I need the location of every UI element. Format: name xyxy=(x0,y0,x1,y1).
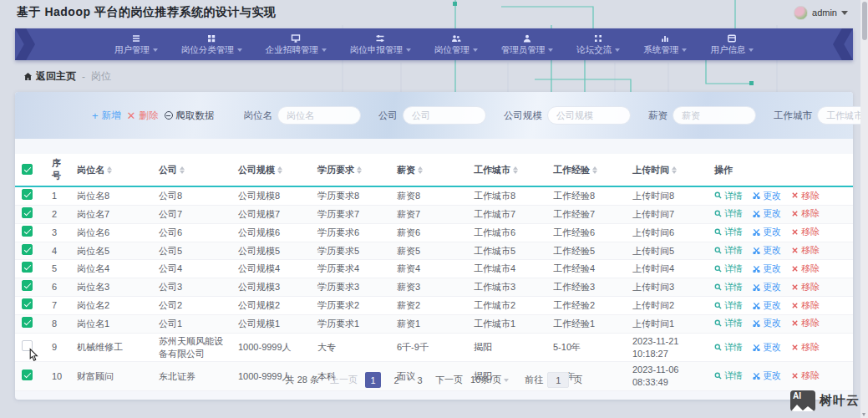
detail-button[interactable]: 详情 xyxy=(714,244,743,257)
table-row[interactable]: 8 岗位名1 公司1 公司规模1 学历要求1 薪资1 工作城市1 工作经验1 上… xyxy=(15,314,853,333)
sort-caret-icon[interactable] xyxy=(418,166,423,174)
row-checkbox[interactable] xyxy=(22,317,33,328)
row-checkbox[interactable] xyxy=(22,262,33,273)
prev-page-button[interactable]: 上一页 xyxy=(330,374,358,386)
remove-button[interactable]: 移除 xyxy=(791,226,820,238)
sort-caret-icon[interactable] xyxy=(107,166,112,174)
sort-caret-icon[interactable] xyxy=(180,166,185,174)
scale-input[interactable] xyxy=(547,106,631,125)
table-row[interactable]: 2 岗位名7 公司7 公司规模7 学历要求7 薪资7 工作城市7 工作经验7 上… xyxy=(15,205,853,223)
delete-button[interactable]: ✕ 删除 xyxy=(127,110,159,122)
user-menu[interactable]: admin xyxy=(794,6,848,20)
col-city[interactable]: 工作城市 xyxy=(467,154,546,186)
jobname-input[interactable] xyxy=(277,106,361,125)
table-row[interactable]: 3 岗位名6 公司6 公司规模6 学历要求6 薪资6 工作城市6 工作经验6 上… xyxy=(15,223,853,242)
remove-button[interactable]: 移除 xyxy=(791,190,820,202)
edit-button[interactable]: 更改 xyxy=(753,226,781,238)
page-button-3[interactable]: 3 xyxy=(412,372,428,388)
col-company[interactable]: 公司 xyxy=(152,154,231,186)
page-button-2[interactable]: 2 xyxy=(388,372,404,388)
next-page-button[interactable]: 下一页 xyxy=(435,374,463,386)
sort-caret-icon[interactable] xyxy=(277,166,282,174)
edit-button[interactable]: 更改 xyxy=(753,244,781,257)
col-time[interactable]: 上传时间 xyxy=(626,154,708,186)
edit-button[interactable]: 更改 xyxy=(753,317,781,329)
remove-button[interactable]: 移除 xyxy=(791,317,820,329)
sort-caret-icon[interactable] xyxy=(592,166,597,174)
nav-item-job-category-mgmt[interactable]: 岗位分类管理 xyxy=(180,32,244,58)
nav-item-enterprise-recruit-mgmt[interactable]: 企业招聘管理 xyxy=(264,32,328,58)
row-checkbox[interactable] xyxy=(22,280,33,291)
row-checkbox[interactable] xyxy=(22,207,33,218)
col-exp[interactable]: 工作经验 xyxy=(546,154,626,186)
crawl-data-button[interactable]: 爬取数据 xyxy=(165,110,215,122)
row-checkbox[interactable] xyxy=(22,189,33,200)
edit-button[interactable]: 更改 xyxy=(753,299,781,312)
col-edu[interactable]: 学历要求 xyxy=(311,154,390,186)
page-button-1[interactable]: 1 xyxy=(365,372,381,388)
remove-button[interactable]: 移除 xyxy=(791,263,820,275)
row-checkbox[interactable] xyxy=(22,226,33,237)
row-checkbox[interactable] xyxy=(22,244,33,255)
select-all-checkbox[interactable] xyxy=(22,164,33,175)
sort-caret-icon[interactable] xyxy=(672,166,677,174)
avatar[interactable] xyxy=(794,6,808,20)
select-all-cell[interactable] xyxy=(15,154,45,186)
nav-item-job-mgmt[interactable]: 岗位管理 xyxy=(433,32,480,58)
detail-button[interactable]: 详情 xyxy=(714,299,743,312)
row-select-cell[interactable] xyxy=(15,205,45,223)
table-row[interactable]: 6 岗位名3 公司3 公司规模3 学历要求3 薪资3 工作城市3 工作经验3 上… xyxy=(15,278,853,297)
edit-button[interactable]: 更改 xyxy=(753,281,781,293)
row-select-cell[interactable] xyxy=(15,314,45,333)
nav-item-forum[interactable]: 论坛交流 xyxy=(575,32,622,58)
remove-button[interactable]: 移除 xyxy=(791,244,820,257)
salary-input[interactable] xyxy=(673,106,756,125)
add-button[interactable]: + 新增 xyxy=(92,110,121,122)
remove-button[interactable]: 移除 xyxy=(791,207,820,220)
table-row[interactable]: 5 岗位名4 公司4 公司规模4 学历要求4 薪资4 工作城市4 工作经验4 上… xyxy=(15,260,853,278)
nav-item-user-info[interactable]: 用户信息 xyxy=(708,32,755,58)
table-row[interactable]: 7 岗位名2 公司2 公司规模2 学历要求2 薪资2 工作城市2 工作经验2 上… xyxy=(15,297,853,315)
detail-button[interactable]: 详情 xyxy=(714,281,743,293)
detail-button[interactable]: 详情 xyxy=(714,341,743,354)
row-select-cell[interactable] xyxy=(15,260,45,278)
goto-page-input[interactable] xyxy=(547,372,569,388)
scrollbar-thumb[interactable] xyxy=(862,2,867,40)
nav-item-system-mgmt[interactable]: 系统管理 xyxy=(642,32,688,58)
scrollbar[interactable] xyxy=(860,0,868,418)
col-jobname[interactable]: 岗位名 xyxy=(70,154,152,186)
row-select-cell[interactable] xyxy=(15,278,45,297)
remove-button[interactable]: 移除 xyxy=(791,299,820,312)
page-size-select[interactable]: 10条/页 xyxy=(470,374,509,386)
scrollbar-down-arrow[interactable] xyxy=(862,413,865,416)
table-row[interactable]: 4 岗位名5 公司5 公司规模5 学历要求5 薪资5 工作城市5 工作经验5 上… xyxy=(15,242,853,260)
row-select-cell[interactable] xyxy=(15,242,45,260)
edit-button[interactable]: 更改 xyxy=(753,207,781,220)
breadcrumb-home-link[interactable]: 返回主页 xyxy=(23,69,76,84)
nav-item-admin-mgmt[interactable]: 管理员管理 xyxy=(500,32,556,58)
page-title: 基于 Hadoop 平台的岗位推荐系统的设计与实现 xyxy=(17,5,276,20)
table-row[interactable]: 1 岗位名8 公司8 公司规模8 学历要求8 薪资8 工作城市8 工作经验8 上… xyxy=(15,186,853,205)
company-input[interactable] xyxy=(403,106,486,125)
detail-button[interactable]: 详情 xyxy=(714,317,743,329)
detail-button[interactable]: 详情 xyxy=(714,190,743,202)
table-row[interactable]: 9 机械维修工 苏州天顺风能设备有限公司 1000-9999人 大专 6千-9千… xyxy=(15,333,853,362)
row-select-cell[interactable] xyxy=(15,297,45,315)
row-select-cell[interactable] xyxy=(15,186,45,205)
nav-item-user-mgmt[interactable]: 用户管理 xyxy=(113,32,160,58)
row-checkbox[interactable] xyxy=(22,298,33,309)
remove-button[interactable]: 移除 xyxy=(791,281,820,293)
remove-button[interactable]: 移除 xyxy=(791,341,820,354)
detail-button[interactable]: 详情 xyxy=(714,207,743,220)
edit-button[interactable]: 更改 xyxy=(753,190,781,202)
edit-button[interactable]: 更改 xyxy=(753,341,781,354)
row-select-cell[interactable] xyxy=(15,223,45,242)
edit-button[interactable]: 更改 xyxy=(753,263,781,275)
sort-caret-icon[interactable] xyxy=(513,166,518,174)
col-salary[interactable]: 薪资 xyxy=(390,154,467,186)
detail-button[interactable]: 详情 xyxy=(714,226,743,238)
detail-button[interactable]: 详情 xyxy=(714,263,743,275)
col-scale[interactable]: 公司规模 xyxy=(231,154,311,186)
nav-item-job-declare-mgmt[interactable]: 岗位申报管理 xyxy=(348,32,413,58)
sort-caret-icon[interactable] xyxy=(357,166,362,174)
